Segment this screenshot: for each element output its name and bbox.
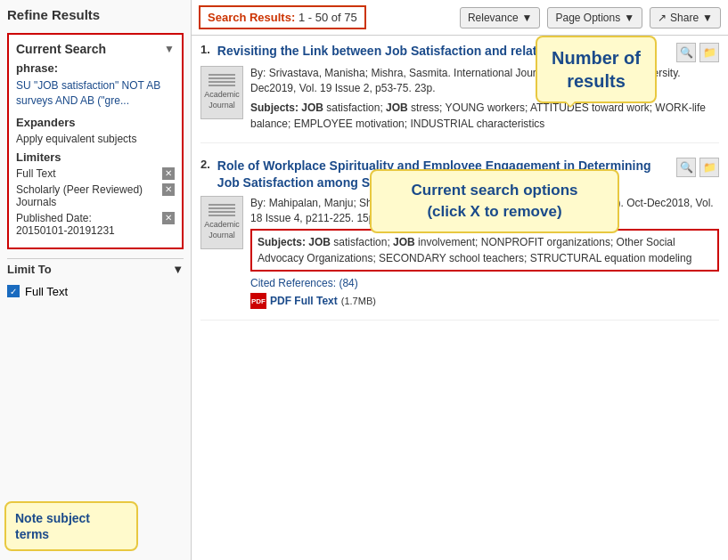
callout-number-of-results: Number ofresults	[536, 36, 657, 103]
limit-to-header: Limit To ▼	[7, 258, 184, 280]
limit-to-section: Limit To ▼ ✓ Full Text	[7, 258, 184, 298]
result-actions: 🔍 📁	[676, 43, 719, 62]
limiter-peer-reviewed: Scholarly (Peer Reviewed) Journals ✕	[16, 183, 175, 208]
result-number: 1.	[200, 43, 210, 56]
search-results-label: Search Results:	[208, 11, 295, 24]
fulltext-checkbox[interactable]: ✓	[7, 285, 20, 297]
folder-icon[interactable]: 📁	[699, 43, 719, 62]
sidebar-title: Refine Results	[7, 7, 184, 26]
current-search-toggle[interactable]: ▼	[164, 43, 175, 55]
remove-date-button[interactable]: ✕	[162, 212, 175, 224]
result-actions: 🔍 📁	[676, 158, 719, 177]
remove-peer-reviewed-button[interactable]: ✕	[162, 183, 175, 196]
top-bar: Search Results: 1 - 50 of 75 Relevance ▼…	[192, 0, 728, 36]
current-search-header: Current Search ▼	[16, 42, 175, 56]
callout-current-search-options: Current search options(click X to remove…	[370, 169, 619, 233]
result-subjects: Subjects: JOB satisfaction; JOB stress; …	[250, 100, 719, 132]
save-result-icon[interactable]: 🔍	[676, 158, 696, 177]
save-result-icon[interactable]: 🔍	[676, 43, 696, 62]
subjects-box: Subjects: JOB satisfaction; JOB involvem…	[250, 229, 719, 272]
share-button[interactable]: ↗ Share ▼	[650, 7, 721, 28]
limiter-date: Published Date:20150101-20191231 ✕	[16, 212, 175, 237]
results-area: 1. Revisiting the Link between Job Satis…	[192, 36, 728, 560]
limiter-fulltext: Full Text ✕	[16, 167, 175, 180]
current-search-box: Current Search ▼ phrase: SU "JOB satisfa…	[7, 33, 184, 249]
limiters-label: Limiters	[16, 150, 175, 164]
search-results-value: 1 - 50 of 75	[299, 11, 357, 24]
fulltext-label: Full Text	[25, 285, 68, 298]
phrase-label: phrase:	[16, 61, 175, 75]
result-thumbnail: AcademicJournal	[200, 196, 243, 249]
sidebar: Refine Results Current Search ▼ phrase: …	[0, 0, 192, 560]
cited-refs[interactable]: Cited References: (84)	[250, 277, 719, 289]
remove-fulltext-button[interactable]: ✕	[162, 167, 175, 180]
expanders-label: Expanders	[16, 116, 175, 129]
pdf-size: (1.7MB)	[341, 296, 376, 306]
page-options-button[interactable]: Page Options ▼	[547, 7, 642, 28]
full-text-row: ✓ Full Text	[7, 285, 184, 298]
relevance-button[interactable]: Relevance ▼	[460, 7, 541, 28]
folder-icon[interactable]: 📁	[699, 158, 719, 177]
pdf-link[interactable]: PDF PDF Full Text (1.7MB)	[250, 293, 719, 309]
result-thumbnail: AcademicJournal	[200, 66, 243, 119]
search-results-badge: Search Results: 1 - 50 of 75	[199, 5, 366, 29]
result-number: 2.	[200, 158, 210, 171]
result-subjects: Subjects: JOB satisfaction; JOB involvem…	[258, 234, 712, 266]
current-search-label: Current Search	[16, 42, 106, 56]
main-content: Search Results: 1 - 50 of 75 Relevance ▼…	[192, 0, 728, 560]
phrase-value: SU "JOB satisfaction" NOT AB surveys AND…	[16, 78, 175, 109]
expanders-item: Apply equivalent subjects	[16, 133, 175, 145]
callout-note-subject: Note subject terms	[4, 501, 138, 551]
pdf-icon: PDF	[250, 293, 266, 309]
pdf-text: PDF Full Text	[270, 295, 338, 307]
